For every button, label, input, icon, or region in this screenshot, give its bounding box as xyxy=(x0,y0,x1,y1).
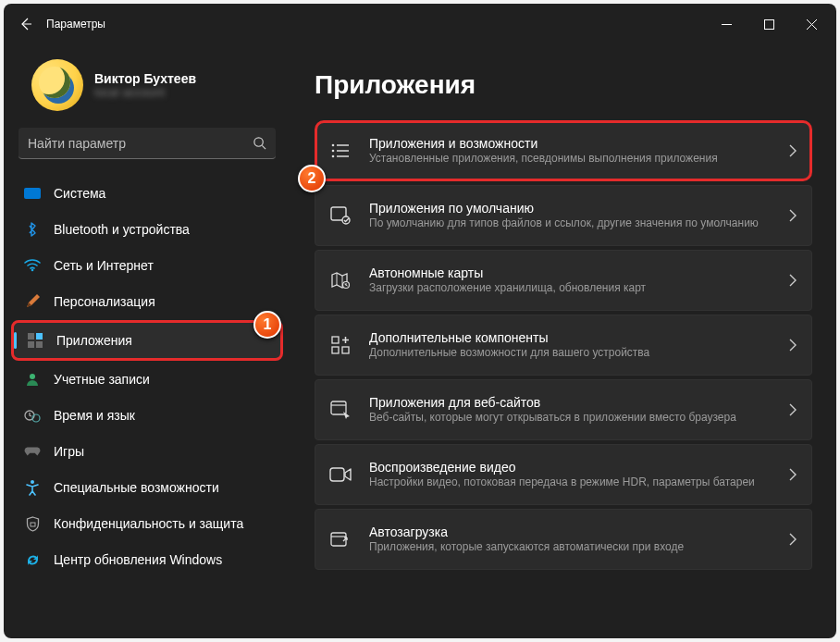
video-icon xyxy=(328,467,352,482)
card-startup[interactable]: Автозагрузка Приложения, которые запуска… xyxy=(315,509,812,570)
window-controls xyxy=(705,9,833,39)
sidebar-item-time-language[interactable]: Время и язык xyxy=(11,398,283,433)
sidebar-item-gaming[interactable]: Игры xyxy=(11,434,283,469)
update-icon xyxy=(24,551,41,568)
components-icon xyxy=(328,336,352,354)
chevron-right-icon xyxy=(789,274,797,287)
card-body: Автономные карты Загрузки расположение х… xyxy=(369,265,772,295)
titlebar: Параметры xyxy=(4,4,836,44)
sidebar-item-label: Bluetooth и устройства xyxy=(54,222,190,237)
svg-point-8 xyxy=(332,144,335,147)
avatar xyxy=(31,59,83,111)
chevron-right-icon xyxy=(789,403,797,416)
settings-window: Параметры Виктор Бухтеев local account xyxy=(4,4,836,638)
map-icon xyxy=(328,271,352,290)
sidebar-item-bluetooth[interactable]: Bluetooth и устройства xyxy=(11,212,283,247)
card-subtitle: По умолчанию для типов файлов и ссылок, … xyxy=(369,216,772,230)
sidebar-item-label: Учетные записи xyxy=(54,372,150,387)
card-title: Воспроизведение видео xyxy=(369,460,772,475)
svg-rect-15 xyxy=(332,347,339,353)
card-subtitle: Приложения, которые запускаются автомати… xyxy=(369,539,772,554)
cards-list: Приложения и возможности Установленные п… xyxy=(315,120,812,570)
profile-name: Виктор Бухтеев xyxy=(94,71,196,86)
sidebar-item-label: Система xyxy=(54,186,105,201)
card-apps-features[interactable]: Приложения и возможности Установленные п… xyxy=(315,120,812,181)
card-title: Дополнительные компоненты xyxy=(369,330,772,345)
svg-point-10 xyxy=(332,155,335,158)
card-default-apps[interactable]: Приложения по умолчанию По умолчанию для… xyxy=(315,185,812,246)
card-offline-maps[interactable]: Автономные карты Загрузки расположение х… xyxy=(315,250,812,311)
sidebar-item-label: Специальные возможности xyxy=(54,480,219,495)
page-title: Приложения xyxy=(315,70,812,100)
wifi-icon xyxy=(24,257,41,274)
svg-point-3 xyxy=(30,374,35,379)
card-subtitle: Настройки видео, потоковая передача в ре… xyxy=(369,475,772,489)
svg-point-12 xyxy=(342,216,350,224)
sidebar-item-label: Сеть и Интернет xyxy=(54,258,154,273)
sidebar-item-label: Персонализация xyxy=(54,294,155,309)
card-body: Приложения и возможности Установленные п… xyxy=(369,136,772,166)
card-subtitle: Загрузки расположение хранилища, обновле… xyxy=(369,280,772,295)
minimize-button[interactable] xyxy=(705,9,747,39)
sidebar-item-privacy[interactable]: Конфиденциальность и защита xyxy=(11,506,283,541)
system-icon xyxy=(24,185,41,202)
card-optional-features[interactable]: Дополнительные компоненты Дополнительные… xyxy=(315,315,812,376)
card-title: Приложения по умолчанию xyxy=(369,201,772,216)
sidebar-item-network[interactable]: Сеть и Интернет xyxy=(11,248,283,283)
sidebar-item-system[interactable]: Система xyxy=(11,176,283,211)
search-box[interactable] xyxy=(19,128,276,159)
clock-globe-icon xyxy=(24,407,41,424)
sidebar-item-label: Приложения xyxy=(56,333,132,348)
sidebar-item-apps[interactable]: Приложения xyxy=(11,320,283,361)
card-video-playback[interactable]: Воспроизведение видео Настройки видео, п… xyxy=(315,444,812,505)
sidebar-item-label: Центр обновления Windows xyxy=(54,552,222,567)
card-apps-for-websites[interactable]: Приложения для веб-сайтов Веб-сайты, кот… xyxy=(315,379,812,440)
gamepad-icon xyxy=(24,443,41,460)
svg-point-2 xyxy=(31,269,34,272)
sidebar-item-windows-update[interactable]: Центр обновления Windows xyxy=(11,542,283,577)
svg-rect-14 xyxy=(332,337,339,343)
bluetooth-icon xyxy=(24,221,41,238)
close-button[interactable] xyxy=(790,9,833,39)
svg-point-9 xyxy=(332,150,335,153)
card-body: Дополнительные компоненты Дополнительные… xyxy=(369,330,772,360)
card-subtitle: Установленные приложения, псевдонимы вып… xyxy=(369,151,772,166)
chevron-right-icon xyxy=(789,144,797,157)
card-title: Автозагрузка xyxy=(369,525,772,539)
sidebar-item-label: Время и язык xyxy=(54,408,135,423)
svg-rect-0 xyxy=(764,19,773,29)
card-body: Приложения по умолчанию По умолчанию для… xyxy=(369,201,772,230)
profile[interactable]: Виктор Бухтеев local account xyxy=(11,54,283,128)
sidebar-item-accounts[interactable]: Учетные записи xyxy=(11,362,283,397)
svg-point-6 xyxy=(31,480,34,484)
chevron-right-icon xyxy=(789,339,797,352)
card-body: Приложения для веб-сайтов Веб-сайты, кот… xyxy=(369,395,772,425)
nav: Система Bluetooth и устройства Сеть и Ин… xyxy=(11,176,283,577)
maximize-button[interactable] xyxy=(747,9,790,39)
svg-rect-19 xyxy=(331,533,346,546)
search-input[interactable] xyxy=(28,136,253,151)
back-button[interactable] xyxy=(7,6,44,43)
chevron-right-icon xyxy=(789,533,797,546)
content: Виктор Бухтеев local account Система xyxy=(4,44,836,638)
person-icon xyxy=(24,371,41,388)
profile-subtext: local account xyxy=(94,86,196,99)
card-body: Воспроизведение видео Настройки видео, п… xyxy=(369,460,772,489)
svg-rect-18 xyxy=(330,468,344,481)
svg-point-1 xyxy=(254,138,263,146)
card-body: Автозагрузка Приложения, которые запуска… xyxy=(369,525,772,554)
app-title: Параметры xyxy=(44,18,105,31)
sidebar-item-accessibility[interactable]: Специальные возможности xyxy=(11,470,283,505)
sidebar: Виктор Бухтеев local account Система xyxy=(4,44,290,638)
startup-icon xyxy=(328,530,352,549)
callout-2: 2 xyxy=(298,165,326,192)
svg-rect-16 xyxy=(342,347,349,353)
svg-rect-7 xyxy=(31,523,35,526)
card-subtitle: Веб-сайты, которые могут открываться в п… xyxy=(369,410,772,425)
chevron-right-icon xyxy=(789,468,797,481)
search-icon xyxy=(253,136,266,150)
sidebar-item-label: Игры xyxy=(54,444,84,459)
callout-1: 1 xyxy=(253,311,281,339)
website-app-icon xyxy=(328,401,352,419)
sidebar-item-personalization[interactable]: Персонализация xyxy=(11,284,283,319)
